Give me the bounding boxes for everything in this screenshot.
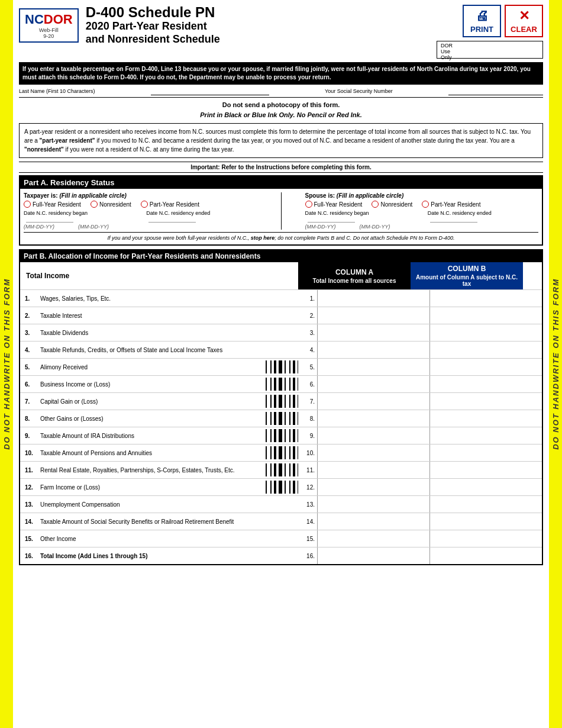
income-input-a-14[interactable] xyxy=(317,513,429,530)
income-input-b-11[interactable] xyxy=(429,462,542,478)
income-input-a-2[interactable] xyxy=(317,307,429,324)
income-field-b-11[interactable] xyxy=(430,462,542,478)
svg-rect-62 xyxy=(274,446,276,459)
income-field-a-10[interactable] xyxy=(318,444,429,461)
income-input-a-10[interactable] xyxy=(317,444,429,461)
income-field-a-11[interactable] xyxy=(318,462,429,478)
income-field-a-8[interactable] xyxy=(318,410,429,427)
income-field-b-7[interactable] xyxy=(430,393,542,410)
income-field-b-5[interactable] xyxy=(430,359,542,375)
income-input-a-12[interactable] xyxy=(317,479,429,495)
spouse-part-year[interactable]: Part-Year Resident xyxy=(422,201,480,208)
income-input-b-10[interactable] xyxy=(429,444,542,461)
spouse-full-year-radio[interactable] xyxy=(305,201,312,208)
income-desc-6: Business Income or (Loss) xyxy=(38,379,264,390)
income-field-a-1[interactable] xyxy=(318,290,429,307)
taxpayer-part-year-radio[interactable] xyxy=(141,201,148,208)
taxpayer-full-year-radio[interactable] xyxy=(24,201,31,208)
income-field-b-6[interactable] xyxy=(430,376,542,392)
income-field-a-13[interactable] xyxy=(318,496,429,513)
income-field-a-9[interactable] xyxy=(318,427,429,444)
income-field-a-12[interactable] xyxy=(318,479,429,495)
income-field-a-3[interactable] xyxy=(318,324,429,341)
income-input-b-8[interactable] xyxy=(429,410,542,427)
income-input-b-4[interactable] xyxy=(429,342,542,358)
income-field-a-4[interactable] xyxy=(318,342,429,358)
income-input-b-16[interactable] xyxy=(429,547,542,564)
income-num-15: 15. xyxy=(20,536,38,542)
income-field-a-14[interactable] xyxy=(318,513,429,530)
svg-rect-54 xyxy=(293,429,295,442)
income-input-a-8[interactable] xyxy=(317,410,429,427)
income-field-a-2[interactable] xyxy=(318,307,429,324)
ssn-input[interactable] xyxy=(448,88,543,95)
income-row-3: 3. Taxable Dividends 3. xyxy=(20,324,542,341)
svg-rect-19 xyxy=(298,378,298,391)
spouse-date-began-input[interactable] xyxy=(308,216,355,223)
income-input-a-13[interactable] xyxy=(317,496,429,513)
last-name-input[interactable] xyxy=(151,88,269,95)
print-button[interactable]: 🖨 PRINT xyxy=(463,5,501,37)
income-input-b-15[interactable] xyxy=(429,530,542,547)
income-input-a-1[interactable] xyxy=(317,290,429,307)
spouse-full-year[interactable]: Full-Year Resident xyxy=(305,201,363,208)
income-field-b-14[interactable] xyxy=(430,513,542,530)
income-input-a-4[interactable] xyxy=(317,342,429,358)
income-field-b-15[interactable] xyxy=(430,530,542,547)
income-input-b-3[interactable] xyxy=(429,324,542,341)
clear-button[interactable]: ✕ CLEAR xyxy=(505,5,543,37)
barcode-area-6 xyxy=(264,378,299,391)
spouse-nonresident[interactable]: Nonresident xyxy=(372,201,412,208)
taxpayer-date-began-input[interactable] xyxy=(26,216,73,223)
income-field-b-2[interactable] xyxy=(430,307,542,324)
income-input-a-6[interactable] xyxy=(317,376,429,392)
income-desc-9: Taxable Amount of IRA Distributions xyxy=(38,430,264,442)
income-field-b-8[interactable] xyxy=(430,410,542,427)
income-row-7: 7. Capital Gain or (Loss) 7. xyxy=(20,392,542,410)
taxpayer-nonresident[interactable]: Nonresident xyxy=(91,201,131,208)
income-field-b-12[interactable] xyxy=(430,479,542,495)
income-input-a-3[interactable] xyxy=(317,324,429,341)
taxpayer-full-year[interactable]: Full-Year Resident xyxy=(24,201,81,208)
spouse-date-ended-input[interactable] xyxy=(430,216,477,223)
income-input-b-13[interactable] xyxy=(429,496,542,513)
income-row-10: 10. Taxable Amount of Pensions and Annui… xyxy=(20,444,542,461)
income-field-b-4[interactable] xyxy=(430,342,542,358)
income-input-b-7[interactable] xyxy=(429,393,542,410)
taxpayer-nonresident-radio[interactable] xyxy=(91,201,98,208)
income-input-a-11[interactable] xyxy=(317,462,429,478)
taxpayer-date-ended-input[interactable] xyxy=(148,216,196,223)
income-input-a-5[interactable] xyxy=(317,359,429,375)
taxpayer-part-year[interactable]: Part-Year Resident xyxy=(141,201,199,208)
income-field-a-15[interactable] xyxy=(318,530,429,547)
income-field-b-1[interactable] xyxy=(430,290,542,307)
income-field-b-13[interactable] xyxy=(430,496,542,513)
income-input-b-1[interactable] xyxy=(429,290,542,307)
income-input-a-16[interactable] xyxy=(317,547,429,564)
spouse-nonresident-radio[interactable] xyxy=(372,201,379,208)
income-input-b-12[interactable] xyxy=(429,479,542,495)
income-input-a-7[interactable] xyxy=(317,393,429,410)
income-input-b-5[interactable] xyxy=(429,359,542,375)
income-field-b-9[interactable] xyxy=(430,427,542,444)
taxpayer-radio-options: Full-Year Resident Nonresident Part-Year… xyxy=(24,201,257,208)
income-field-a-7[interactable] xyxy=(318,393,429,410)
income-input-a-9[interactable] xyxy=(317,427,429,444)
side-banner-right-text: DO NOT HANDWRITE ON THIS FORM xyxy=(551,278,560,450)
form-title: D-400 Schedule PN 2020 Part-Year Residen… xyxy=(86,5,220,46)
income-input-a-15[interactable] xyxy=(317,530,429,547)
income-field-a-16[interactable] xyxy=(318,547,429,564)
income-field-a-5[interactable] xyxy=(318,359,429,375)
income-input-b-2[interactable] xyxy=(429,307,542,324)
income-field-b-10[interactable] xyxy=(430,444,542,461)
income-field-b-16[interactable] xyxy=(430,547,542,564)
income-input-b-14[interactable] xyxy=(429,513,542,530)
button-group: 🖨 PRINT ✕ CLEAR xyxy=(463,5,543,37)
income-input-b-9[interactable] xyxy=(429,427,542,444)
svg-rect-85 xyxy=(270,481,272,494)
income-input-b-6[interactable] xyxy=(429,376,542,392)
spouse-part-year-radio[interactable] xyxy=(422,201,429,208)
barcode-area-11 xyxy=(264,463,299,476)
income-field-a-6[interactable] xyxy=(318,376,429,392)
income-field-b-3[interactable] xyxy=(430,324,542,341)
